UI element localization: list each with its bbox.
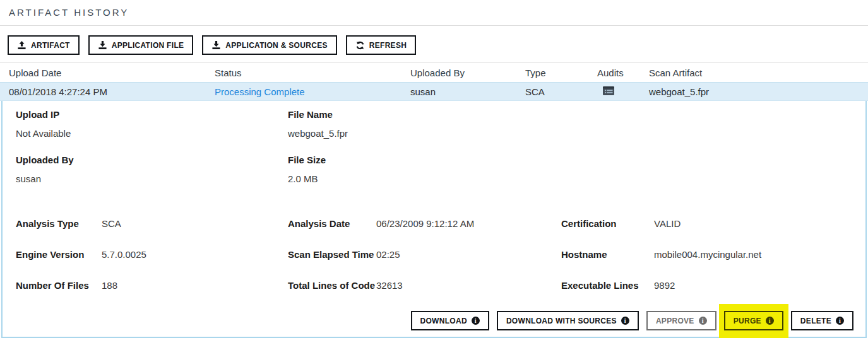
cell-uploaded-by: susan — [410, 86, 525, 97]
uploaded-by-value: susan — [16, 173, 288, 184]
analysis-type-label: Analysis Type — [16, 218, 102, 230]
button-label: APPLICATION & SOURCES — [225, 41, 327, 50]
column-header-upload-date: Upload Date — [9, 67, 215, 78]
scan-elapsed-time-value: 02:25 — [376, 249, 400, 260]
cell-scan-artifact: webgoat_5.fpr — [649, 86, 868, 97]
table-header: Upload Date Status Uploaded By Type Audi… — [0, 62, 868, 82]
info-icon — [766, 317, 774, 325]
refresh-button[interactable]: REFRESH — [346, 35, 416, 55]
artifact-upload-button[interactable]: ARTIFACT — [8, 35, 80, 55]
column-header-audits: Audits — [597, 67, 649, 78]
hostname-label: Hostname — [561, 249, 654, 260]
analysis-date-label: Analysis Date — [288, 218, 376, 230]
button-label: ARTIFACT — [31, 41, 70, 50]
button-label: APPLICATION FILE — [112, 41, 184, 50]
upload-ip-label: Upload IP — [16, 109, 288, 120]
purge-highlight: PURGE — [724, 311, 783, 330]
info-icon — [621, 317, 629, 325]
file-size-value: 2.0 MB — [288, 173, 865, 184]
button-label: DOWNLOAD WITH SOURCES — [506, 317, 617, 325]
detail-stats-section: Analysis Type SCA Engine Version 5.7.0.0… — [3, 218, 865, 311]
upload-ip-value: Not Available — [16, 128, 288, 139]
column-header-scan-artifact: Scan Artifact — [649, 67, 868, 78]
cell-upload-date: 08/01/2018 4:27:24 PM — [9, 86, 215, 97]
certification-label: Certification — [561, 218, 654, 230]
download-with-sources-button[interactable]: DOWNLOAD WITH SOURCES — [497, 311, 639, 330]
engine-version-value: 5.7.0.0025 — [102, 249, 146, 260]
button-label: DELETE — [800, 317, 831, 325]
detail-actions: DOWNLOAD DOWNLOAD WITH SOURCES APPROVE P… — [3, 311, 865, 337]
file-size-label: File Size — [288, 154, 865, 165]
upload-icon — [17, 41, 27, 50]
hostname-value: mobile004.mycingular.net — [654, 249, 761, 260]
column-header-uploaded-by: Uploaded By — [410, 67, 525, 78]
analysis-date-value: 06/23/2009 9:12:12 AM — [376, 218, 474, 230]
executable-lines-value: 9892 — [654, 280, 675, 291]
scan-elapsed-time-label: Scan Elapsed Time — [288, 249, 376, 260]
download-button[interactable]: DOWNLOAD — [411, 311, 489, 330]
uploaded-by-label: Uploaded By — [16, 154, 288, 165]
column-header-status: Status — [215, 67, 410, 78]
column-header-type: Type — [525, 67, 597, 78]
number-of-files-label: Number Of Files — [16, 280, 102, 291]
detail-top-section: Upload IP Not Available Uploaded By susa… — [3, 101, 865, 200]
file-name-value: webgoat_5.fpr — [288, 128, 865, 139]
button-label: APPROVE — [656, 317, 694, 325]
info-icon — [472, 317, 480, 325]
analysis-type-value: SCA — [102, 218, 121, 230]
info-icon — [836, 317, 844, 325]
artifact-history-page: ARTIFACT HISTORY ARTIFACT APPLICATION FI… — [0, 0, 868, 338]
toolbar: ARTIFACT APPLICATION FILE APPLICATION & … — [0, 26, 868, 62]
application-sources-button[interactable]: APPLICATION & SOURCES — [202, 35, 336, 55]
approve-button[interactable]: APPROVE — [646, 311, 716, 330]
application-file-button[interactable]: APPLICATION FILE — [88, 35, 194, 55]
download-icon — [211, 41, 221, 50]
refresh-icon — [355, 41, 365, 50]
info-icon — [699, 317, 707, 325]
button-label: DOWNLOAD — [420, 317, 467, 325]
button-label: REFRESH — [369, 41, 407, 50]
table-row[interactable]: 08/01/2018 4:27:24 PM Processing Complet… — [0, 82, 868, 101]
certification-value: VALID — [654, 218, 681, 230]
download-icon — [98, 41, 107, 50]
delete-button[interactable]: DELETE — [791, 311, 853, 330]
total-lines-of-code-label: Total Lines of Code — [288, 280, 376, 291]
engine-version-label: Engine Version — [16, 249, 102, 260]
status-link[interactable]: Processing Complete — [215, 86, 305, 97]
executable-lines-label: Executable Lines — [561, 280, 654, 291]
button-label: PURGE — [734, 317, 761, 325]
file-name-label: File Name — [288, 109, 865, 120]
total-lines-of-code-value: 32613 — [376, 280, 403, 291]
audit-list-icon[interactable] — [602, 86, 615, 96]
number-of-files-value: 188 — [102, 280, 117, 291]
page-title: ARTIFACT HISTORY — [0, 0, 868, 25]
artifact-detail-panel: Upload IP Not Available Uploaded By susa… — [1, 101, 867, 338]
cell-type: SCA — [525, 86, 597, 97]
purge-button[interactable]: PURGE — [724, 311, 783, 330]
